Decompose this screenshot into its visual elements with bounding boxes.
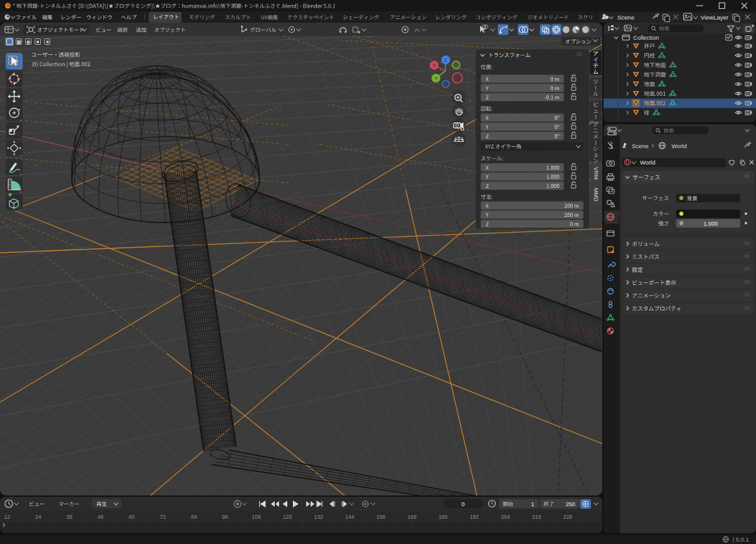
svg-text:180: 180 [438,514,448,520]
svg-text:Z: Z [444,58,447,62]
svg-text:Scene: Scene [632,143,648,149]
svg-text:X: X [433,63,436,67]
svg-text:168: 168 [408,514,417,520]
svg-text:24: 24 [35,514,42,520]
svg-text:Collection: Collection [633,35,659,41]
svg-text:84: 84 [191,514,197,520]
svg-text:36: 36 [66,514,72,520]
svg-text:MMD: MMD [593,188,599,202]
svg-text:VRM: VRM [593,167,599,180]
svg-text:1: 1 [531,501,534,507]
svg-text:48: 48 [98,514,104,520]
svg-text:120: 120 [283,514,292,520]
svg-text:144: 144 [345,514,355,520]
svg-text:72: 72 [160,514,166,520]
svg-text:156: 156 [376,514,386,520]
svg-text:108: 108 [252,514,261,520]
svg-text:0: 0 [461,501,464,507]
svg-text:World: World [640,159,655,166]
svg-text:228: 228 [563,514,573,520]
svg-text:1.000: 1.000 [704,221,718,227]
svg-text:192: 192 [470,514,479,520]
svg-text:216: 216 [532,514,542,520]
svg-text:60: 60 [129,514,135,520]
svg-text:96: 96 [222,514,229,520]
svg-text:204: 204 [501,514,510,520]
svg-text:Y: Y [435,76,438,81]
svg-text:ViewLayer: ViewLayer [701,14,728,21]
svg-text:| 5.0.1: | 5.0.1 [733,536,749,543]
svg-text:Scene: Scene [617,14,634,21]
svg-text:12: 12 [4,514,11,520]
svg-text:World: World [672,143,687,149]
svg-text:132: 132 [314,514,324,520]
svg-text:250: 250 [566,501,575,507]
